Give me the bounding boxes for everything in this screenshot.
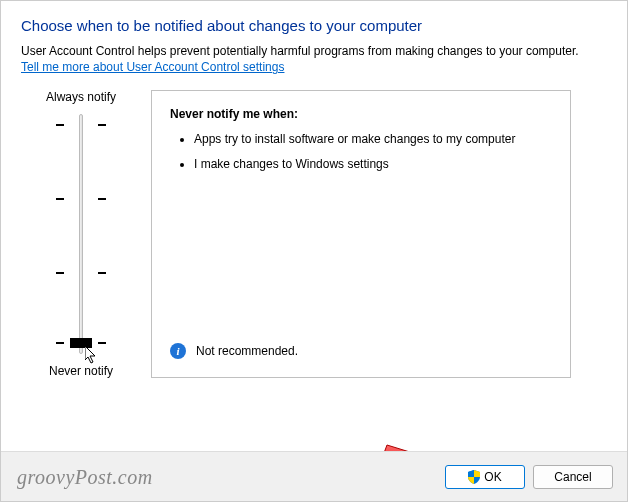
- dialog-button-bar: OK Cancel: [1, 451, 627, 501]
- ok-button[interactable]: OK: [445, 465, 525, 489]
- slider-tick: [56, 198, 106, 200]
- notification-slider[interactable]: Always notify Never notify: [41, 90, 121, 378]
- learn-more-link[interactable]: Tell me more about User Account Control …: [21, 60, 284, 74]
- info-bullet: Apps try to install software or make cha…: [194, 131, 552, 148]
- cancel-button[interactable]: Cancel: [533, 465, 613, 489]
- info-heading: Never notify me when:: [170, 107, 552, 121]
- slider-thumb[interactable]: [70, 338, 92, 348]
- cancel-button-label: Cancel: [554, 470, 591, 484]
- page-description: User Account Control helps prevent poten…: [21, 44, 607, 58]
- shield-icon: [468, 470, 480, 484]
- cursor-icon: [85, 346, 101, 366]
- recommendation-text: Not recommended.: [196, 344, 298, 358]
- page-title: Choose when to be notified about changes…: [21, 17, 607, 34]
- info-icon: i: [170, 343, 186, 359]
- ok-button-label: OK: [484, 470, 501, 484]
- slider-label-top: Always notify: [46, 90, 116, 104]
- slider-tick: [56, 124, 106, 126]
- slider-track: [79, 114, 83, 354]
- slider-tick: [56, 272, 106, 274]
- info-panel: Never notify me when: Apps try to instal…: [151, 90, 571, 378]
- info-bullet: I make changes to Windows settings: [194, 156, 552, 173]
- slider-label-bottom: Never notify: [49, 364, 113, 378]
